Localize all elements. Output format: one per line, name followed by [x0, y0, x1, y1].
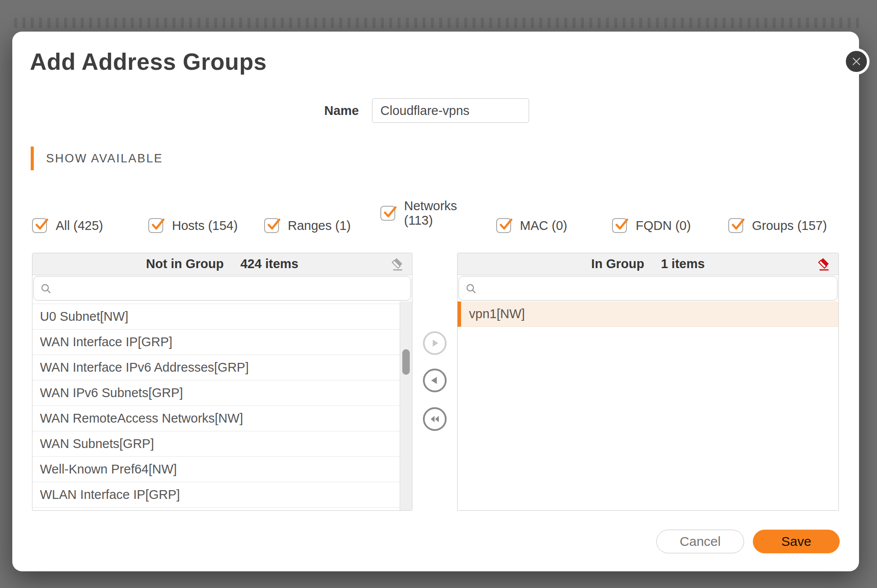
filter-label: MAC (0)	[520, 219, 567, 233]
list-item[interactable]: WAN Subnets[GRP]	[32, 431, 400, 457]
clear-list-eraser-icon[interactable]	[816, 257, 831, 272]
move-right-button[interactable]	[423, 331, 447, 355]
in-group-header: In Group 1 items	[458, 253, 838, 275]
show-available-label: SHOW AVAILABLE	[46, 152, 163, 165]
list-item[interactable]: U0 Subnet[NW]	[32, 304, 400, 330]
in-group-panel: In Group 1 items vpn1[NW]	[457, 253, 839, 511]
checkbox-checked-icon[interactable]	[264, 218, 279, 233]
scrollbar-track[interactable]	[400, 301, 412, 510]
close-button[interactable]	[843, 48, 870, 75]
dialog-title: Add Address Groups	[30, 48, 267, 75]
panel-title: Not in Group	[146, 257, 224, 271]
list-item-selected[interactable]: vpn1[NW]	[458, 301, 838, 327]
search-icon	[465, 283, 477, 294]
move-all-left-button[interactable]	[423, 407, 447, 431]
filter-label: Ranges (1)	[288, 219, 351, 233]
name-input[interactable]	[372, 98, 529, 123]
filter-groups[interactable]: Groups (157)	[728, 211, 827, 240]
list-item[interactable]: WAN Interface IPv6 Addresses[GRP]	[32, 355, 400, 380]
list-item[interactable]: WAN IPv6 Subnets[GRP]	[32, 380, 400, 406]
close-icon	[851, 56, 862, 67]
checkbox-checked-icon[interactable]	[380, 206, 395, 221]
panel-item-count: 424 items	[240, 257, 298, 271]
filter-label: Networks (113)	[404, 199, 463, 228]
add-address-groups-dialog: Add Address Groups Name SHOW AVAILABLE A…	[12, 32, 859, 571]
name-label: Name	[267, 98, 359, 123]
list-item[interactable]: WLAN Interface IP[GRP]	[32, 482, 400, 508]
filter-label: Hosts (154)	[172, 219, 238, 233]
filter-ranges[interactable]: Ranges (1)	[264, 211, 351, 240]
scrollbar-thumb[interactable]	[402, 349, 410, 375]
arrow-left-icon	[428, 374, 441, 387]
list-item[interactable]: Well-Known Pref64[NW]	[32, 457, 400, 482]
not-in-group-header: Not in Group 424 items	[32, 253, 412, 275]
show-available-section: SHOW AVAILABLE	[31, 147, 163, 170]
checkbox-checked-icon[interactable]	[148, 218, 163, 233]
filter-networks[interactable]: Networks (113)	[380, 198, 463, 228]
not-in-group-search	[33, 276, 411, 301]
section-accent-bar	[31, 147, 34, 170]
checkbox-checked-icon[interactable]	[496, 218, 511, 233]
checkbox-checked-icon[interactable]	[728, 218, 743, 233]
filter-hosts[interactable]: Hosts (154)	[148, 211, 238, 240]
in-group-search	[458, 276, 838, 301]
search-icon	[40, 283, 52, 294]
filter-label: FQDN (0)	[636, 219, 691, 233]
filter-fqdn[interactable]: FQDN (0)	[612, 211, 691, 240]
search-input[interactable]	[52, 276, 411, 300]
list-item[interactable]: WAN Interface IP[GRP]	[32, 330, 400, 355]
arrow-right-icon	[428, 337, 441, 350]
save-button[interactable]: Save	[753, 530, 840, 553]
panel-item-count: 1 items	[661, 257, 705, 271]
list-item[interactable]: WAN RemoteAccess Networks[NW]	[32, 406, 400, 431]
double-arrow-left-icon	[428, 412, 441, 426]
in-group-list: vpn1[NW]	[458, 301, 838, 510]
filter-all[interactable]: All (425)	[32, 211, 103, 240]
filter-label: All (425)	[56, 219, 103, 233]
search-input[interactable]	[477, 276, 837, 300]
not-in-group-panel: Not in Group 424 items U0 Subnet[NW]	[32, 253, 412, 511]
cancel-button[interactable]: Cancel	[656, 530, 744, 553]
checkbox-checked-icon[interactable]	[612, 218, 627, 233]
move-left-button[interactable]	[423, 369, 447, 392]
filter-mac[interactable]: MAC (0)	[496, 211, 567, 240]
checkbox-checked-icon[interactable]	[32, 218, 47, 233]
type-filter-row: All (425) Hosts (154) Ranges (1) Network…	[12, 211, 859, 259]
background-app-blur	[14, 18, 859, 28]
not-in-group-list: U0 Subnet[NW] WAN Interface IP[GRP] WAN …	[32, 301, 412, 510]
filter-label: Groups (157)	[752, 219, 827, 233]
panel-title: In Group	[591, 257, 644, 271]
clear-list-eraser-icon[interactable]	[390, 257, 405, 272]
